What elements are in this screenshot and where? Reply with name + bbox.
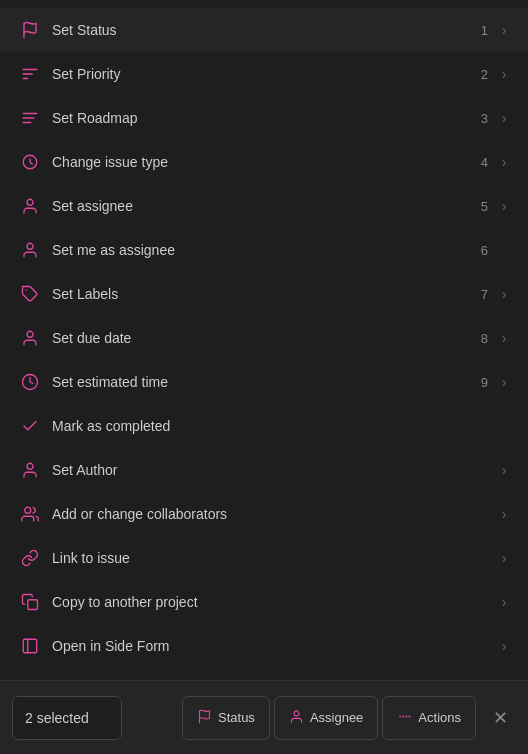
author-icon <box>16 461 44 479</box>
actions-label: Actions <box>418 710 461 725</box>
dots-icon <box>397 709 412 727</box>
menu-item-set-me-assignee[interactable]: Set me as assignee 6 › <box>0 228 528 272</box>
selected-count-badge: 2 selected <box>12 696 122 740</box>
menu-item-collaborators[interactable]: Add or change collaborators › <box>0 492 528 536</box>
menu-item-delete[interactable]: Delete › <box>0 668 528 680</box>
status-button[interactable]: Status <box>182 696 270 740</box>
menu-item-set-status[interactable]: Set Status 1 › <box>0 8 528 52</box>
menu-label: Set Status <box>52 22 481 38</box>
svg-point-22 <box>406 715 408 717</box>
menu-item-set-assignee[interactable]: Set assignee 5 › <box>0 184 528 228</box>
menu-label: Open in Side Form <box>52 638 488 654</box>
chevron-right-icon: › <box>496 506 512 522</box>
shortcut: 5 <box>481 199 488 214</box>
menu-label: Set due date <box>52 330 481 346</box>
menu-label: Set Author <box>52 462 488 478</box>
menu-label: Add or change collaborators <box>52 506 488 522</box>
menu-item-change-issue-type[interactable]: Change issue type 4 › <box>0 140 528 184</box>
person-icon <box>16 241 44 259</box>
shortcut: 9 <box>481 375 488 390</box>
roadmap-icon <box>16 109 44 127</box>
menu-label: Copy to another project <box>52 594 488 610</box>
menu-item-copy-project[interactable]: Copy to another project › <box>0 580 528 624</box>
menu-label: Set Roadmap <box>52 110 481 126</box>
menu-label: Set Priority <box>52 66 481 82</box>
person-icon <box>289 709 304 727</box>
menu-item-link-issue[interactable]: Link to issue › <box>0 536 528 580</box>
svg-rect-16 <box>23 639 37 653</box>
chevron-right-icon: › <box>496 638 512 654</box>
menu-label: Change issue type <box>52 154 481 170</box>
shortcut: 7 <box>481 287 488 302</box>
chevron-right-icon: › <box>496 110 512 126</box>
chevron-right-icon: › <box>496 550 512 566</box>
side-form-icon <box>16 637 44 655</box>
menu-label: Set estimated time <box>52 374 481 390</box>
menu-item-set-labels[interactable]: Set Labels 7 › <box>0 272 528 316</box>
svg-point-8 <box>27 199 33 205</box>
menu-label: Set Labels <box>52 286 481 302</box>
svg-point-23 <box>409 715 411 717</box>
chevron-right-icon: › <box>496 462 512 478</box>
assignee-label: Assignee <box>310 710 363 725</box>
svg-point-14 <box>25 507 31 513</box>
collaborators-icon <box>16 505 44 523</box>
menu-item-side-form[interactable]: Open in Side Form › <box>0 624 528 668</box>
check-icon <box>16 417 44 435</box>
bottom-toolbar: 2 selected Status Assignee Actions ✕ <box>0 680 528 754</box>
status-label: Status <box>218 710 255 725</box>
chevron-right-icon: › <box>496 330 512 346</box>
selected-count-text: 2 selected <box>25 710 89 726</box>
chevron-right-icon: › <box>496 154 512 170</box>
chevron-right-icon: › <box>496 66 512 82</box>
svg-point-19 <box>294 710 299 715</box>
menu-item-set-due-date[interactable]: Set due date 8 › <box>0 316 528 360</box>
menu-label: Set me as assignee <box>52 242 481 258</box>
menu-item-set-author[interactable]: Set Author › <box>0 448 528 492</box>
flag-icon <box>197 709 212 727</box>
priority-icon <box>16 65 44 83</box>
shortcut: 8 <box>481 331 488 346</box>
menu-label: Set assignee <box>52 198 481 214</box>
menu-item-mark-completed[interactable]: Mark as completed › <box>0 404 528 448</box>
svg-point-13 <box>27 463 33 469</box>
shortcut: 1 <box>481 23 488 38</box>
label-icon <box>16 285 44 303</box>
close-icon: ✕ <box>493 707 508 729</box>
menu-item-set-roadmap[interactable]: Set Roadmap 3 › <box>0 96 528 140</box>
menu-item-set-priority[interactable]: Set Priority 2 › <box>0 52 528 96</box>
svg-point-20 <box>400 715 402 717</box>
menu-label: Mark as completed <box>52 418 488 434</box>
assignee-button[interactable]: Assignee <box>274 696 378 740</box>
actions-button[interactable]: Actions <box>382 696 476 740</box>
close-button[interactable]: ✕ <box>484 702 516 734</box>
toolbar-actions: Status Assignee Actions ✕ <box>122 696 516 740</box>
clock-icon <box>16 373 44 391</box>
copy-icon <box>16 593 44 611</box>
svg-point-21 <box>403 715 405 717</box>
due-date-icon <box>16 329 44 347</box>
menu-label: Link to issue <box>52 550 488 566</box>
person-icon <box>16 197 44 215</box>
link-icon <box>16 549 44 567</box>
issue-type-icon <box>16 153 44 171</box>
svg-point-9 <box>27 243 33 249</box>
shortcut: 6 <box>481 243 488 258</box>
shortcut: 2 <box>481 67 488 82</box>
svg-point-11 <box>27 331 33 337</box>
chevron-right-icon: › <box>496 22 512 38</box>
chevron-right-icon: › <box>496 286 512 302</box>
chevron-right-icon: › <box>496 594 512 610</box>
svg-rect-15 <box>28 600 38 610</box>
flag-icon <box>16 21 44 39</box>
chevron-right-icon: › <box>496 374 512 390</box>
menu-item-set-estimated-time[interactable]: Set estimated time 9 › <box>0 360 528 404</box>
chevron-right-icon: › <box>496 198 512 214</box>
menu-container: Set Status 1 › Set Priority 2 › Set Road… <box>0 0 528 680</box>
shortcut: 3 <box>481 111 488 126</box>
shortcut: 4 <box>481 155 488 170</box>
